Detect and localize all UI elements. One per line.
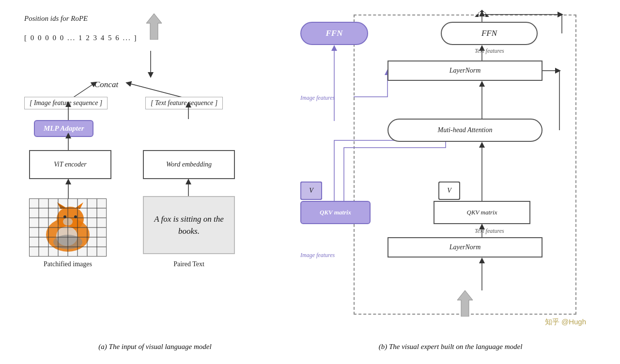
qkv-left-matrix-box: QKV matrix <box>300 201 371 224</box>
left-panel: Position ids for RoPE [ 0 0 0 0 0 ... 1 … <box>10 10 291 339</box>
mha-box: Muti-head Attention <box>388 119 542 142</box>
arrow-wordemb-textseq <box>188 105 189 124</box>
captions-row: (a) The input of visual language model (… <box>10 343 610 351</box>
position-ids: [ 0 0 0 0 0 ... 1 2 3 4 5 6 ... ] <box>24 34 138 42</box>
fox-text: A fox is sitting on the books. <box>149 213 229 238</box>
word-embedding-box: Word embedding <box>143 150 235 179</box>
right-arrows-svg <box>291 10 591 329</box>
ffn-left-box: FFN <box>300 22 368 45</box>
qkv-right-v: V <box>438 182 460 200</box>
caption-right: (b) The visual expert built on the langu… <box>291 343 610 351</box>
qkv-left-v: V <box>300 182 322 200</box>
svg-marker-0 <box>146 14 162 40</box>
svg-line-3 <box>128 83 184 98</box>
fox-text-box: A fox is sitting on the books. <box>143 196 235 254</box>
caption-left: (a) The input of visual language model <box>10 343 291 351</box>
right-panel: FFN FFN Text features Image features Lay… <box>291 10 610 339</box>
img-feature-seq: [ Image feature sequence ] <box>24 97 108 109</box>
text-features-bottom-label: Text features <box>475 228 504 235</box>
watermark: 知乎 @Hugh <box>545 318 586 327</box>
patchified-image <box>29 198 107 257</box>
patchified-label: Patchified images <box>29 260 107 268</box>
layernorm-bottom-box: LayerNorm <box>388 237 542 258</box>
fox-grid-svg <box>29 198 107 257</box>
right-diagram: FFN FFN Text features Image features Lay… <box>291 10 591 329</box>
layernorm-top-box: LayerNorm <box>388 61 542 81</box>
rope-up-arrow <box>144 14 164 42</box>
qkv-right-matrix-box: QKV matrix <box>434 201 530 224</box>
mlp-adapter-box: MLP Adapter <box>34 120 93 137</box>
image-features-upper-label: Image features <box>300 94 335 102</box>
text-feature-seq: [ Text feature sequence ] <box>145 97 223 109</box>
svg-line-2 <box>73 83 94 98</box>
rope-label: Position ids for RoPE <box>24 15 88 23</box>
image-features-bottom-label: Image features <box>300 252 335 259</box>
left-diagram: Position ids for RoPE [ 0 0 0 0 0 ... 1 … <box>19 10 291 310</box>
ffn-right-box: FFN <box>441 22 538 45</box>
text-features-top-label: Text features <box>475 47 504 55</box>
paired-text-label: Paired Text <box>143 260 235 268</box>
vit-encoder-box: ViT encoder <box>29 150 111 179</box>
